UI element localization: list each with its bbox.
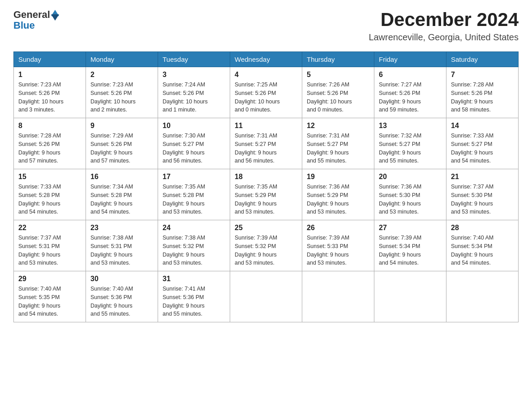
day-number: 31 (163, 275, 225, 283)
day-number: 16 (90, 173, 153, 181)
day-info: Sunrise: 7:23 AMSunset: 5:26 PMDaylight:… (90, 81, 153, 114)
logo-general-text: General (13, 9, 50, 21)
weekday-header-monday: Monday (86, 52, 158, 67)
calendar-cell: 15Sunrise: 7:33 AMSunset: 5:28 PMDayligh… (14, 169, 86, 220)
day-info: Sunrise: 7:28 AMSunset: 5:26 PMDaylight:… (451, 81, 514, 114)
calendar-cell: 12Sunrise: 7:31 AMSunset: 5:27 PMDayligh… (302, 118, 374, 169)
calendar-cell: 4Sunrise: 7:25 AMSunset: 5:26 PMDaylight… (230, 67, 302, 118)
day-number: 12 (307, 122, 369, 130)
calendar-cell: 24Sunrise: 7:38 AMSunset: 5:32 PMDayligh… (158, 220, 230, 271)
calendar-week-row: 8Sunrise: 7:28 AMSunset: 5:26 PMDaylight… (14, 118, 519, 169)
calendar-cell (446, 271, 519, 322)
day-number: 24 (163, 224, 225, 232)
day-info: Sunrise: 7:40 AMSunset: 5:35 PMDaylight:… (18, 285, 81, 318)
location-title: Lawrenceville, Georgia, United States (369, 32, 519, 43)
day-info: Sunrise: 7:32 AMSunset: 5:27 PMDaylight:… (379, 132, 442, 165)
day-info: Sunrise: 7:26 AMSunset: 5:26 PMDaylight:… (307, 81, 369, 114)
day-number: 18 (235, 173, 297, 181)
calendar-cell: 25Sunrise: 7:39 AMSunset: 5:32 PMDayligh… (230, 220, 302, 271)
day-info: Sunrise: 7:24 AMSunset: 5:26 PMDaylight:… (163, 81, 225, 114)
day-number: 6 (379, 71, 442, 79)
day-info: Sunrise: 7:39 AMSunset: 5:33 PMDaylight:… (307, 234, 369, 267)
day-number: 26 (307, 224, 369, 232)
day-number: 20 (379, 173, 442, 181)
weekday-header-tuesday: Tuesday (158, 52, 230, 67)
calendar-cell: 29Sunrise: 7:40 AMSunset: 5:35 PMDayligh… (14, 271, 86, 322)
day-info: Sunrise: 7:38 AMSunset: 5:32 PMDaylight:… (163, 234, 225, 267)
day-info: Sunrise: 7:33 AMSunset: 5:28 PMDaylight:… (18, 183, 81, 216)
calendar-cell: 11Sunrise: 7:31 AMSunset: 5:27 PMDayligh… (230, 118, 302, 169)
calendar-cell: 18Sunrise: 7:35 AMSunset: 5:29 PMDayligh… (230, 169, 302, 220)
day-info: Sunrise: 7:27 AMSunset: 5:26 PMDaylight:… (379, 81, 442, 114)
month-title: December 2024 (369, 9, 519, 30)
day-number: 1 (18, 71, 81, 79)
day-info: Sunrise: 7:31 AMSunset: 5:27 PMDaylight:… (307, 132, 369, 165)
calendar-cell: 8Sunrise: 7:28 AMSunset: 5:26 PMDaylight… (14, 118, 86, 169)
logo: General Blue (13, 9, 59, 31)
day-number: 17 (163, 173, 225, 181)
weekday-header-wednesday: Wednesday (230, 52, 302, 67)
calendar-cell (302, 271, 374, 322)
calendar-cell: 19Sunrise: 7:36 AMSunset: 5:29 PMDayligh… (302, 169, 374, 220)
day-number: 7 (451, 71, 514, 79)
calendar-cell: 6Sunrise: 7:27 AMSunset: 5:26 PMDaylight… (374, 67, 446, 118)
page-header: General Blue December 2024 Lawrenceville… (13, 9, 519, 43)
weekday-header-row: SundayMondayTuesdayWednesdayThursdayFrid… (14, 52, 519, 67)
calendar-cell: 3Sunrise: 7:24 AMSunset: 5:26 PMDaylight… (158, 67, 230, 118)
calendar-week-row: 29Sunrise: 7:40 AMSunset: 5:35 PMDayligh… (14, 271, 519, 322)
calendar-cell: 28Sunrise: 7:40 AMSunset: 5:34 PMDayligh… (446, 220, 519, 271)
day-info: Sunrise: 7:33 AMSunset: 5:27 PMDaylight:… (451, 132, 514, 165)
calendar-cell: 9Sunrise: 7:29 AMSunset: 5:26 PMDaylight… (86, 118, 158, 169)
day-info: Sunrise: 7:38 AMSunset: 5:31 PMDaylight:… (90, 234, 153, 267)
day-number: 27 (379, 224, 442, 232)
calendar-cell: 16Sunrise: 7:34 AMSunset: 5:28 PMDayligh… (86, 169, 158, 220)
day-number: 8 (18, 122, 81, 130)
day-info: Sunrise: 7:37 AMSunset: 5:30 PMDaylight:… (451, 183, 514, 216)
calendar-cell: 7Sunrise: 7:28 AMSunset: 5:26 PMDaylight… (446, 67, 519, 118)
calendar-week-row: 15Sunrise: 7:33 AMSunset: 5:28 PMDayligh… (14, 169, 519, 220)
day-info: Sunrise: 7:36 AMSunset: 5:30 PMDaylight:… (379, 183, 442, 216)
day-info: Sunrise: 7:40 AMSunset: 5:36 PMDaylight:… (90, 285, 153, 318)
calendar-cell: 20Sunrise: 7:36 AMSunset: 5:30 PMDayligh… (374, 169, 446, 220)
calendar-cell (374, 271, 446, 322)
calendar-cell: 26Sunrise: 7:39 AMSunset: 5:33 PMDayligh… (302, 220, 374, 271)
day-info: Sunrise: 7:23 AMSunset: 5:26 PMDaylight:… (18, 81, 81, 114)
calendar-cell: 22Sunrise: 7:37 AMSunset: 5:31 PMDayligh… (14, 220, 86, 271)
day-number: 15 (18, 173, 81, 181)
day-info: Sunrise: 7:30 AMSunset: 5:27 PMDaylight:… (163, 132, 225, 165)
day-info: Sunrise: 7:25 AMSunset: 5:26 PMDaylight:… (235, 81, 297, 114)
day-number: 13 (379, 122, 442, 130)
day-info: Sunrise: 7:39 AMSunset: 5:34 PMDaylight:… (379, 234, 442, 267)
day-info: Sunrise: 7:31 AMSunset: 5:27 PMDaylight:… (235, 132, 297, 165)
day-info: Sunrise: 7:28 AMSunset: 5:26 PMDaylight:… (18, 132, 81, 165)
day-number: 2 (90, 71, 153, 79)
calendar-cell: 10Sunrise: 7:30 AMSunset: 5:27 PMDayligh… (158, 118, 230, 169)
calendar-cell: 14Sunrise: 7:33 AMSunset: 5:27 PMDayligh… (446, 118, 519, 169)
day-number: 4 (235, 71, 297, 79)
day-number: 28 (451, 224, 514, 232)
calendar-cell: 13Sunrise: 7:32 AMSunset: 5:27 PMDayligh… (374, 118, 446, 169)
day-number: 9 (90, 122, 153, 130)
calendar-week-row: 1Sunrise: 7:23 AMSunset: 5:26 PMDaylight… (14, 67, 519, 118)
calendar-week-row: 22Sunrise: 7:37 AMSunset: 5:31 PMDayligh… (14, 220, 519, 271)
weekday-header-saturday: Saturday (446, 52, 519, 67)
calendar-cell: 23Sunrise: 7:38 AMSunset: 5:31 PMDayligh… (86, 220, 158, 271)
calendar-table: SundayMondayTuesdayWednesdayThursdayFrid… (13, 51, 519, 322)
day-number: 30 (90, 275, 153, 283)
calendar-cell: 5Sunrise: 7:26 AMSunset: 5:26 PMDaylight… (302, 67, 374, 118)
day-number: 10 (163, 122, 225, 130)
day-number: 5 (307, 71, 369, 79)
calendar-cell (230, 271, 302, 322)
day-number: 25 (235, 224, 297, 232)
calendar-cell: 2Sunrise: 7:23 AMSunset: 5:26 PMDaylight… (86, 67, 158, 118)
day-info: Sunrise: 7:36 AMSunset: 5:29 PMDaylight:… (307, 183, 369, 216)
day-number: 21 (451, 173, 514, 181)
day-info: Sunrise: 7:39 AMSunset: 5:32 PMDaylight:… (235, 234, 297, 267)
day-number: 14 (451, 122, 514, 130)
calendar-cell: 31Sunrise: 7:41 AMSunset: 5:36 PMDayligh… (158, 271, 230, 322)
weekday-header-friday: Friday (374, 52, 446, 67)
logo-blue-text: Blue (13, 20, 35, 31)
day-info: Sunrise: 7:35 AMSunset: 5:28 PMDaylight:… (163, 183, 225, 216)
day-number: 22 (18, 224, 81, 232)
calendar-cell: 27Sunrise: 7:39 AMSunset: 5:34 PMDayligh… (374, 220, 446, 271)
